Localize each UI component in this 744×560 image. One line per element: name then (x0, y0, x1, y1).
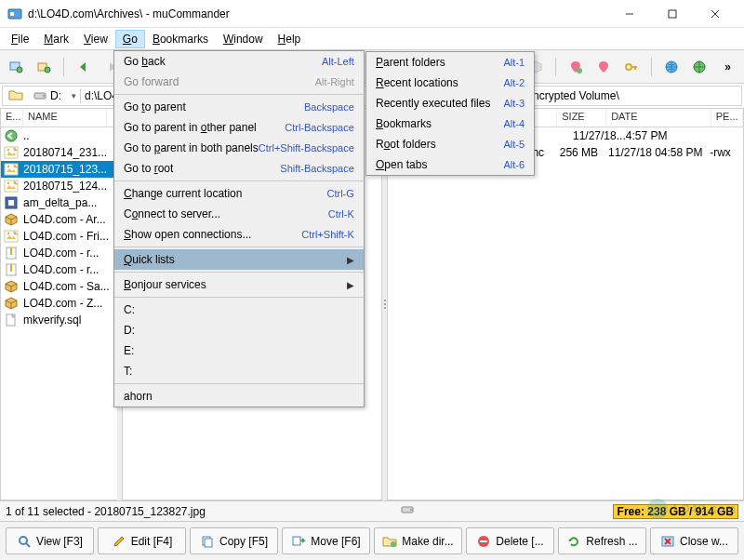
mkdir-icon (382, 534, 397, 549)
menu-item[interactable]: C: (114, 300, 364, 320)
status-bar: 1 of 11 selected - 20180715_123827.jpg F… (0, 500, 744, 521)
menu-mark[interactable]: Mark (36, 30, 76, 48)
list-item[interactable]: 20180714_231... (1, 144, 117, 161)
menu-item[interactable]: D: (114, 320, 364, 340)
list-item[interactable]: .. (1, 127, 117, 144)
go-menu-dropdown[interactable]: Go backAlt-LeftGo forwardAlt-RightGo to … (113, 50, 365, 407)
svg-point-12 (577, 68, 582, 73)
file-name: 20180715_123... (23, 163, 107, 176)
svg-point-13 (626, 64, 631, 70)
button-label: View [F3] (36, 535, 83, 548)
menu-item[interactable]: T: (114, 361, 364, 381)
bottom-buttons: View [F3]Edit [F4]Copy [F5]Move [F6]Make… (0, 521, 744, 560)
menu-item[interactable]: Go to parent in both panelsCtrl+Shift-Ba… (114, 138, 364, 158)
edit-icon (112, 534, 126, 549)
chevron-down-icon: ▾ (72, 91, 76, 100)
menu-item[interactable]: Root foldersAlt-5 (366, 134, 534, 154)
list-item[interactable]: LO4D.com - Sa... (1, 278, 117, 295)
menu-item[interactable]: Open tabsAlt-6 (366, 154, 534, 175)
svg-point-19 (43, 95, 45, 97)
list-item[interactable]: LO4D.com - Ar... (1, 211, 117, 228)
menu-bar: FileMarkViewGoBookmarksWindowHelp (0, 28, 744, 50)
svg-rect-65 (480, 540, 487, 542)
list-item[interactable]: LO4D.com - Fri... (1, 228, 117, 245)
delete-button[interactable]: Delete [... (466, 527, 554, 554)
menu-help[interactable]: Help (271, 30, 309, 48)
menu-item[interactable]: Quick lists▶ (114, 249, 364, 270)
menu-item[interactable]: Show open connections...Ctrl+Shift-K (114, 224, 364, 245)
view-button[interactable]: View [F3] (6, 527, 94, 554)
menu-item[interactable]: BookmarksAlt-4 (366, 113, 534, 134)
list-item[interactable]: 20180715_123... (1, 161, 117, 178)
svg-point-58 (20, 537, 27, 544)
menu-go[interactable]: Go (115, 30, 145, 48)
file-name: LO4D.com - Z... (23, 297, 102, 310)
new-window-icon[interactable] (6, 57, 26, 77)
menu-view[interactable]: View (76, 30, 115, 48)
close-button[interactable]: Close w... (650, 527, 738, 554)
list-item[interactable]: mkverify.sql (1, 312, 117, 328)
folder-icon[interactable] (3, 87, 29, 105)
server-icon[interactable] (661, 57, 682, 77)
menu-item[interactable]: Go to rootShift-Backspace (114, 158, 364, 179)
file-date: 11/27/18 04:58 PM (603, 146, 705, 159)
refresh-button[interactable]: Refresh ... (558, 527, 646, 554)
app-icon (7, 7, 22, 21)
copy-button[interactable]: Copy [F5] (190, 527, 278, 554)
menu-item[interactable]: E: (114, 340, 364, 361)
left-panel[interactable]: E...NAME ..20180714_231...20180715_123..… (0, 108, 117, 500)
menu-bookmarks[interactable]: Bookmarks (145, 30, 216, 48)
column-header[interactable]: E... (1, 109, 23, 127)
drive-icon (33, 88, 47, 103)
maximize-button[interactable] (651, 0, 694, 28)
button-label: Refresh ... (586, 535, 637, 548)
refresh-icon (566, 534, 581, 549)
list-item[interactable]: LO4D.com - Z... (1, 295, 117, 312)
menu-item[interactable]: Recently executed filesAlt-3 (366, 93, 534, 113)
toolbar-overflow[interactable]: » (717, 60, 738, 73)
new-tab-icon[interactable] (33, 57, 54, 77)
add-bookmark-icon[interactable] (565, 57, 586, 77)
left-drive-selector[interactable]: D: ▾ (29, 88, 81, 103)
menu-item[interactable]: Change current locationCtrl-G (114, 183, 364, 204)
menu-item[interactable]: Parent foldersAlt-1 (366, 52, 534, 73)
list-item[interactable]: LO4D.com - r... (1, 245, 117, 261)
column-header[interactable]: NAME (23, 109, 107, 127)
move-button[interactable]: Move [F6] (282, 527, 370, 554)
svg-line-59 (26, 543, 30, 547)
menu-item[interactable]: Connect to server...Ctrl-K (114, 204, 364, 224)
zip-icon (4, 262, 19, 277)
menu-item[interactable]: Recent locationsAlt-2 (366, 73, 534, 93)
list-item[interactable]: 20180715_124... (1, 178, 117, 194)
svg-rect-61 (205, 539, 212, 547)
img-icon (4, 145, 19, 160)
copy-icon (200, 534, 215, 549)
menu-item[interactable]: Bonjour services▶ (114, 274, 364, 295)
column-header[interactable]: DATE (606, 109, 711, 127)
list-item[interactable]: LO4D.com - r... (1, 261, 117, 278)
svg-rect-33 (8, 200, 14, 206)
column-header[interactable]: PE... (711, 109, 743, 127)
menu-item[interactable]: Go to parent in other panelCtrl-Backspac… (114, 117, 364, 138)
box-icon (4, 279, 19, 294)
menu-item[interactable]: Go to parentBackspace (114, 97, 364, 117)
close-button[interactable] (694, 0, 737, 28)
file-name: LO4D.com - r... (23, 247, 99, 260)
drive-label: D: (50, 89, 61, 102)
bookmarks-icon[interactable] (593, 57, 614, 77)
column-header[interactable]: SIZE (557, 109, 606, 127)
button-label: Close w... (680, 535, 728, 548)
img-icon (4, 179, 19, 193)
mkdir-button[interactable]: Make dir... (374, 527, 462, 554)
menu-item[interactable]: ahorn (114, 386, 364, 407)
back-icon[interactable] (73, 57, 94, 77)
list-item[interactable]: am_delta_pa... (1, 194, 117, 211)
menu-file[interactable]: File (4, 30, 36, 48)
bonjour-icon[interactable] (689, 57, 710, 77)
menu-window[interactable]: Window (216, 30, 271, 48)
quick-lists-submenu[interactable]: Parent foldersAlt-1Recent locationsAlt-2… (365, 51, 535, 176)
edit-button[interactable]: Edit [F4] (98, 527, 186, 554)
menu-item[interactable]: Go backAlt-Left (114, 51, 364, 72)
minimize-button[interactable] (608, 0, 651, 28)
credentials-icon[interactable] (621, 57, 642, 77)
